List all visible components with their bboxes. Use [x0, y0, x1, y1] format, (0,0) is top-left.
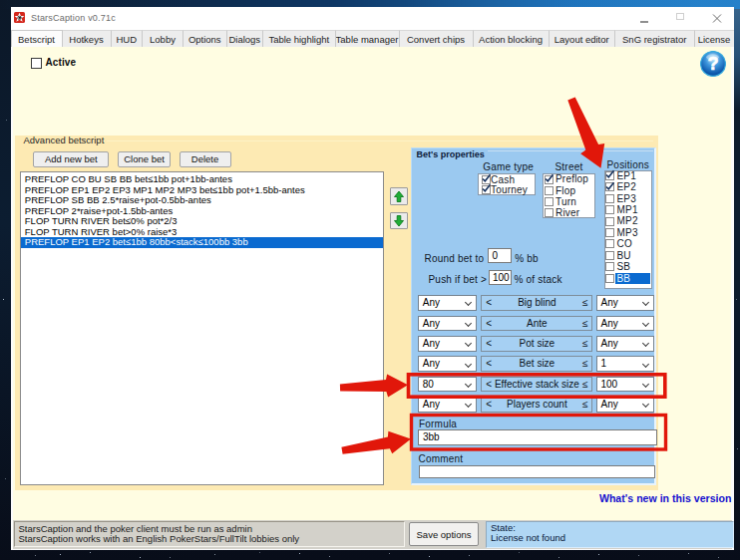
svg-text:?: ? — [707, 54, 718, 74]
